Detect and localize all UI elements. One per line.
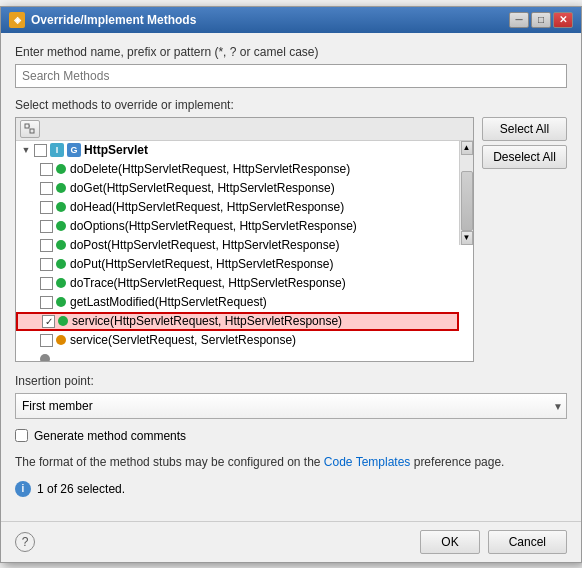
method-icon — [56, 221, 66, 231]
list-item[interactable]: doGet(HttpServletRequest, HttpServletRes… — [16, 179, 459, 198]
method-icon — [56, 278, 66, 288]
scrollbar-thumb[interactable] — [461, 171, 473, 231]
close-button[interactable]: ✕ — [553, 12, 573, 28]
class-icon: I — [50, 143, 64, 157]
method-checkbox[interactable] — [40, 163, 53, 176]
generate-comments-checkbox[interactable] — [15, 429, 28, 442]
footer-right: OK Cancel — [420, 530, 567, 554]
maximize-button[interactable]: □ — [531, 12, 551, 28]
method-icon-orange — [56, 335, 66, 345]
parent-class-item[interactable]: ▼ I G HttpServlet — [16, 141, 459, 160]
help-icon[interactable]: ? — [15, 532, 35, 552]
method-icon — [56, 164, 66, 174]
code-templates-link[interactable]: Code Templates — [324, 455, 411, 469]
info-text-line2: preference page. — [414, 455, 505, 469]
tree-scrollbar[interactable]: ▲ ▼ — [459, 141, 473, 245]
parent-class-name: HttpServlet — [84, 143, 148, 157]
method-checkbox[interactable] — [40, 201, 53, 214]
search-input[interactable] — [15, 64, 567, 88]
method-checkbox[interactable] — [40, 258, 53, 271]
list-item[interactable]: doHead(HttpServletRequest, HttpServletRe… — [16, 198, 459, 217]
method-icon — [56, 183, 66, 193]
method-checkbox[interactable] — [40, 334, 53, 347]
method-checkbox[interactable] — [40, 277, 53, 290]
search-label: Enter method name, prefix or pattern (*,… — [15, 45, 567, 59]
insertion-dropdown[interactable]: First member Last member After construct… — [15, 393, 567, 419]
title-bar-controls: ─ □ ✕ — [509, 12, 573, 28]
tree-toolbar — [16, 118, 473, 141]
method-checkbox[interactable] — [40, 182, 53, 195]
method-name: getLastModified(HttpServletRequest) — [70, 295, 267, 309]
generate-comments-label: Generate method comments — [34, 429, 186, 443]
title-bar: ◈ Override/Implement Methods ─ □ ✕ — [1, 7, 581, 33]
method-name: doTrace(HttpServletRequest, HttpServletR… — [70, 276, 346, 290]
method-name: doPut(HttpServletRequest, HttpServletRes… — [70, 257, 333, 271]
list-item[interactable]: doDelete(HttpServletRequest, HttpServlet… — [16, 160, 459, 179]
tree-collapse-button[interactable] — [20, 120, 40, 138]
info-text: The format of the method stubs may be co… — [15, 453, 567, 471]
override-implement-dialog: ◈ Override/Implement Methods ─ □ ✕ Enter… — [0, 6, 582, 563]
info-text-line1: The format of the method stubs may be co… — [15, 455, 321, 469]
deselect-all-button[interactable]: Deselect All — [482, 145, 567, 169]
methods-tree-list[interactable]: ▼ I G HttpServlet doDelete(HttpServletRe… — [16, 141, 459, 361]
dialog-title: Override/Implement Methods — [31, 13, 196, 27]
method-name: doDelete(HttpServletRequest, HttpServlet… — [70, 162, 350, 176]
method-icon — [56, 240, 66, 250]
select-all-button[interactable]: Select All — [482, 117, 567, 141]
cancel-button[interactable]: Cancel — [488, 530, 567, 554]
list-item[interactable]: getLastModified(HttpServletRequest) — [16, 293, 459, 312]
method-icon — [58, 316, 68, 326]
methods-area: ▼ I G HttpServlet doDelete(HttpServletRe… — [15, 117, 567, 362]
dialog-body: Enter method name, prefix or pattern (*,… — [1, 33, 581, 521]
method-icon — [56, 297, 66, 307]
insertion-dropdown-wrapper: First member Last member After construct… — [15, 393, 567, 419]
list-item[interactable]: doPost(HttpServletRequest, HttpServletRe… — [16, 236, 459, 255]
method-checkbox[interactable] — [40, 220, 53, 233]
list-item[interactable]: ... — [16, 350, 459, 361]
method-name: doHead(HttpServletRequest, HttpServletRe… — [70, 200, 344, 214]
method-name: service(HttpServletRequest, HttpServletR… — [72, 314, 342, 328]
method-icon — [56, 202, 66, 212]
info-count: i 1 of 26 selected. — [15, 481, 567, 497]
svg-rect-1 — [30, 129, 34, 133]
method-checkbox-checked[interactable]: ✓ — [42, 315, 55, 328]
title-bar-left: ◈ Override/Implement Methods — [9, 12, 196, 28]
method-name: doOptions(HttpServletRequest, HttpServle… — [70, 219, 357, 233]
method-name: ... — [54, 352, 64, 361]
method-checkbox[interactable] — [40, 296, 53, 309]
list-item[interactable]: service(ServletRequest, ServletResponse) — [16, 331, 459, 350]
method-name: service(ServletRequest, ServletResponse) — [70, 333, 296, 347]
list-item[interactable]: doPut(HttpServletRequest, HttpServletRes… — [16, 255, 459, 274]
scroll-down-arrow[interactable]: ▼ — [461, 231, 473, 245]
method-name: doPost(HttpServletRequest, HttpServletRe… — [70, 238, 339, 252]
methods-tree-container: ▼ I G HttpServlet doDelete(HttpServletRe… — [15, 117, 474, 362]
scroll-up-arrow[interactable]: ▲ — [461, 141, 473, 155]
svg-rect-0 — [25, 124, 29, 128]
methods-section-label: Select methods to override or implement: — [15, 98, 567, 112]
count-text: 1 of 26 selected. — [37, 482, 125, 496]
dialog-footer: ? OK Cancel — [1, 521, 581, 562]
list-item[interactable]: doOptions(HttpServletRequest, HttpServle… — [16, 217, 459, 236]
minimize-button[interactable]: ─ — [509, 12, 529, 28]
footer-left: ? — [15, 532, 35, 552]
list-item[interactable]: doTrace(HttpServletRequest, HttpServletR… — [16, 274, 459, 293]
info-icon: i — [15, 481, 31, 497]
insertion-section: Insertion point: First member Last membe… — [15, 374, 567, 419]
method-icon — [56, 259, 66, 269]
sidebar-buttons: Select All Deselect All — [482, 117, 567, 362]
ok-button[interactable]: OK — [420, 530, 479, 554]
method-name: doGet(HttpServletRequest, HttpServletRes… — [70, 181, 335, 195]
insertion-label: Insertion point: — [15, 374, 567, 388]
list-item-selected[interactable]: ✓ service(HttpServletRequest, HttpServle… — [16, 312, 459, 331]
generate-comments-row: Generate method comments — [15, 429, 567, 443]
class-icon-g: G — [67, 143, 81, 157]
dialog-icon: ◈ — [9, 12, 25, 28]
expand-arrow: ▼ — [20, 144, 32, 156]
method-checkbox[interactable] — [40, 239, 53, 252]
parent-checkbox[interactable] — [34, 144, 47, 157]
